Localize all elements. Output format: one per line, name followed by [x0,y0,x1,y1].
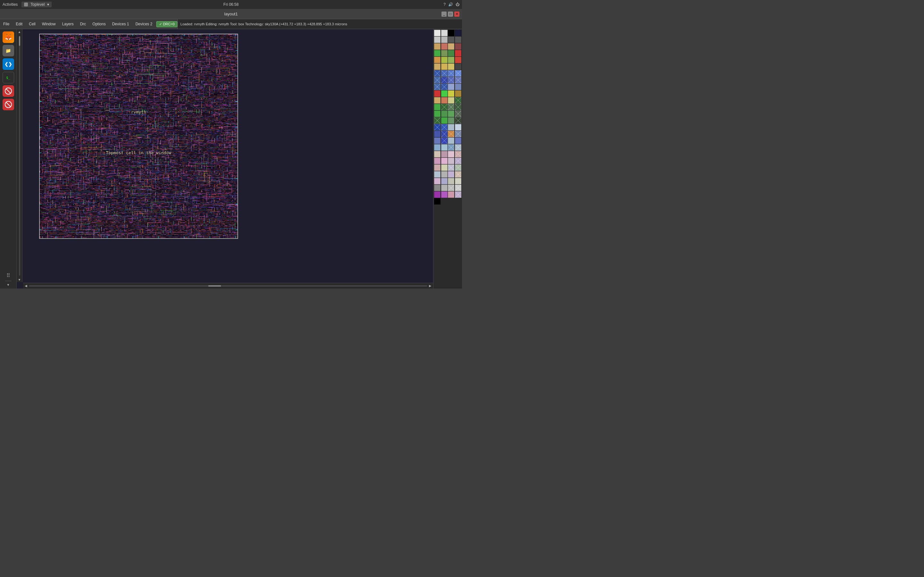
layer-cell-57[interactable] [441,124,447,131]
layer-cell-75[interactable] [455,151,461,157]
layer-cell-80[interactable] [434,164,441,171]
layer-cell-62[interactable] [448,131,454,137]
layer-cell-54[interactable] [448,117,454,124]
layer-cell-22[interactable] [448,63,454,70]
layer-cell-72[interactable] [434,151,441,157]
layer-cell-103[interactable] [455,198,461,205]
menu-options[interactable]: Options [89,21,109,27]
layer-cell-0[interactable] [434,30,441,36]
layer-cell-79[interactable] [455,158,461,164]
layer-cell-59[interactable] [455,124,461,131]
layer-cell-4[interactable] [434,37,441,43]
layer-cell-87[interactable] [455,171,461,177]
scroll-down-arrow[interactable]: ▼ [17,277,22,282]
layer-cell-73[interactable] [441,151,447,157]
layer-cell-90[interactable] [448,178,454,184]
layer-cell-32[interactable] [434,84,441,90]
layer-cell-30[interactable] [448,77,454,83]
layer-cell-13[interactable] [441,50,447,56]
drawing-canvas[interactable]: rvmyth Topmost cell in the window [23,31,433,282]
horizontal-scrollbar[interactable]: ◀ ▶ [23,283,433,288]
layer-cell-3[interactable] [455,30,461,36]
power-icon[interactable]: ⏻ [456,2,459,7]
layer-cell-97[interactable] [441,191,447,198]
layer-cell-76[interactable] [434,158,441,164]
menu-window[interactable]: Window [39,21,59,27]
sidebar-vscode[interactable]: ❮❯ [3,58,14,70]
layer-cell-58[interactable] [448,124,454,131]
layer-cell-46[interactable] [448,104,454,110]
layer-cell-50[interactable] [448,111,454,117]
layer-cell-48[interactable] [434,111,441,117]
app-indicator[interactable]: Toplevel ▾ [21,2,52,7]
layer-cell-93[interactable] [441,185,447,191]
sidebar-files[interactable]: 📁 [3,45,14,56]
layer-cell-8[interactable] [434,43,441,50]
scroll-left-arrow[interactable]: ◀ [23,283,29,289]
layer-cell-19[interactable] [455,57,461,63]
layer-cell-74[interactable] [448,151,454,157]
layer-cell-56[interactable] [434,124,441,131]
layer-cell-38[interactable] [448,90,454,97]
layer-cell-84[interactable] [434,171,441,177]
sidebar-terminal[interactable]: $_ [3,72,14,83]
vertical-scrollbar[interactable]: ▲ ▼ [17,29,23,282]
layer-cell-88[interactable] [434,178,441,184]
layer-cell-96[interactable] [434,191,441,198]
layer-cell-20[interactable] [434,63,441,70]
layer-cell-63[interactable] [455,131,461,137]
layer-cell-49[interactable] [441,111,447,117]
maximize-button[interactable]: □ [448,11,453,17]
scroll-track-vertical[interactable] [19,35,20,276]
layer-cell-71[interactable] [455,144,461,151]
layer-cell-40[interactable] [434,97,441,103]
layer-cell-42[interactable] [448,97,454,103]
layer-cell-77[interactable] [441,158,447,164]
layer-cell-95[interactable] [455,185,461,191]
help-icon[interactable]: ? [443,2,446,7]
canvas-area[interactable]: ▲ ▼ rvmyth Topmost cell in the window [17,29,433,288]
close-button[interactable]: ✕ [454,11,459,17]
sidebar-firefox[interactable]: 🦊 [3,31,14,43]
scroll-track-horizontal[interactable] [29,285,427,287]
scroll-right-arrow[interactable]: ▶ [427,283,433,289]
drc-status[interactable]: ✓ DRC=0 [156,21,178,27]
layer-cell-21[interactable] [441,63,447,70]
menu-file[interactable]: File [0,21,13,27]
layer-cell-27[interactable] [455,70,461,77]
layer-cell-29[interactable] [441,77,447,83]
menu-devices2[interactable]: Devices 2 [132,21,156,27]
scroll-up-arrow[interactable]: ▲ [17,29,22,34]
menu-layers[interactable]: Layers [59,21,77,27]
layer-cell-26[interactable] [448,70,454,77]
layer-cell-45[interactable] [441,104,447,110]
layer-cell-47[interactable] [455,104,461,110]
layer-cell-67[interactable] [455,137,461,144]
layer-cell-17[interactable] [441,57,447,63]
layer-cell-6[interactable] [448,37,454,43]
layer-cell-15[interactable] [455,50,461,56]
sidebar-scroll-down[interactable]: ▼ [6,282,11,287]
layer-cell-43[interactable] [455,97,461,103]
layer-cell-35[interactable] [455,84,461,90]
app-grid-icon[interactable]: ⠿ [6,272,10,279]
layer-cell-83[interactable] [455,164,461,171]
layer-cell-36[interactable] [434,90,441,97]
layer-cell-100[interactable] [434,198,441,205]
layer-cell-1[interactable] [441,30,447,36]
layer-cell-68[interactable] [434,144,441,151]
volume-icon[interactable]: 🔊 [448,2,453,7]
scroll-thumb-horizontal[interactable] [208,285,221,287]
layer-cell-33[interactable] [441,84,447,90]
layer-cell-16[interactable] [434,57,441,63]
layer-cell-99[interactable] [455,191,461,198]
layer-cell-78[interactable] [448,158,454,164]
layer-cell-14[interactable] [448,50,454,56]
layer-cell-53[interactable] [441,117,447,124]
menu-cell[interactable]: Cell [26,21,39,27]
layer-cell-98[interactable] [448,191,454,198]
minimize-button[interactable]: _ [441,11,447,17]
layer-cell-28[interactable] [434,77,441,83]
layer-cell-69[interactable] [441,144,447,151]
layer-cell-5[interactable] [441,37,447,43]
